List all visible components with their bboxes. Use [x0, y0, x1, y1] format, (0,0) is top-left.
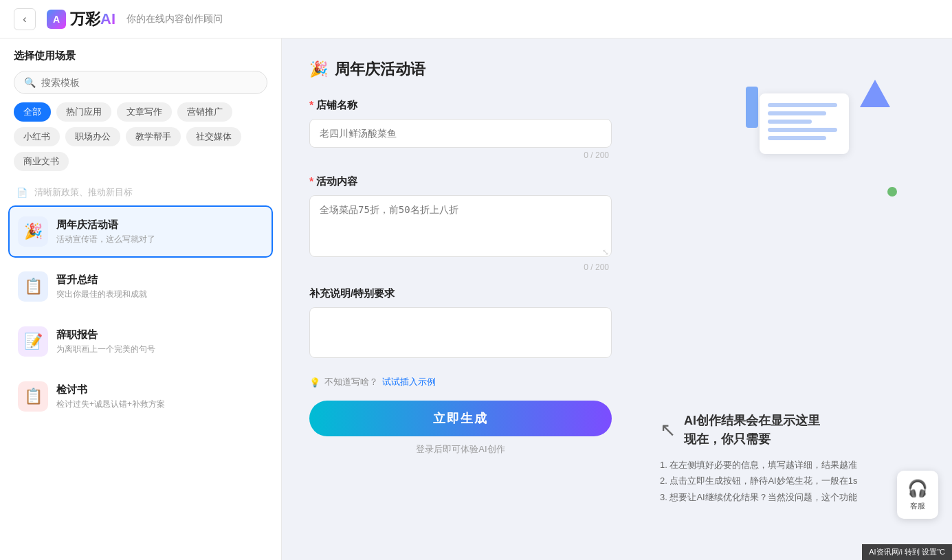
required-dot-store: *: [309, 100, 313, 112]
login-hint: 登录后即可体验AI创作: [309, 443, 612, 456]
template-info-resignation: 辞职报告 为离职画上一个完美的句号: [56, 328, 263, 355]
textarea-wrapper-activity: ⤡: [309, 195, 612, 260]
arrow-icon: ↖: [660, 418, 676, 441]
template-separator: 📄 清晰新政策、推动新目标: [8, 179, 273, 205]
tag-education[interactable]: 教学帮手: [126, 127, 181, 146]
illus-green-dot: [887, 187, 897, 197]
counter-store-name: 0 / 200: [309, 150, 612, 160]
generate-button[interactable]: 立即生成: [309, 401, 612, 436]
label-supplement: 补充说明/特别要求: [309, 287, 612, 300]
tag-hot[interactable]: 热门应用: [56, 102, 111, 122]
search-icon: 🔍: [24, 77, 36, 88]
template-icon-resignation: 📝: [18, 326, 48, 357]
illus-blue-bar: [746, 87, 758, 128]
tag-office[interactable]: 职场办公: [65, 127, 120, 146]
template-item-promotion[interactable]: 📋 晋升总结 突出你最佳的表现和成就: [8, 260, 273, 313]
tag-business[interactable]: 商业文书: [14, 152, 69, 171]
sidebar-title: 选择使用场景: [14, 49, 267, 63]
customer-service-button[interactable]: 🎧 客服: [897, 471, 938, 519]
main-layout: 选择使用场景 🔍 全部 热门应用 文章写作 营销推广 小红书 职场办公 教学帮手…: [0, 38, 952, 560]
step-2: 2. 点击立即生成按钮，静待AI妙笔生花，一般在1s: [660, 473, 931, 489]
hint-text: 不知道写啥？: [324, 376, 378, 388]
separator-icon: 📄: [16, 188, 27, 198]
illus-triangle: [860, 80, 890, 107]
illustration: [746, 80, 897, 203]
template-item-anniversary[interactable]: 🎉 周年庆活动语 活动宣传语，这么写就对了: [8, 205, 273, 258]
form-panel: 🎉 周年庆活动语 * 店铺名称 0 / 200 * 活动内容: [282, 38, 639, 560]
field-store-name: * 店铺名称 0 / 200: [309, 99, 612, 160]
textarea-supplement[interactable]: [309, 307, 612, 358]
watermark-suffix: 转到 设置"C: [905, 548, 945, 556]
template-icon-anniversary: 🎉: [18, 216, 48, 247]
input-store-name[interactable]: [309, 119, 612, 148]
ai-info-box: ↖ AI创作结果会在显示这里 现在，你只需要 1. 在左侧填好必要的信息，填写越…: [660, 412, 931, 505]
right-content: 🎉 周年庆活动语 * 店铺名称 0 / 200 * 活动内容: [282, 38, 952, 560]
sidebar: 选择使用场景 🔍 全部 热门应用 文章写作 营销推广 小红书 职场办公 教学帮手…: [0, 38, 282, 560]
header-subtitle: 你的在线内容创作顾问: [126, 13, 223, 25]
template-desc-anniversary: 活动宣传语，这么写就对了: [56, 234, 263, 245]
search-input[interactable]: [41, 77, 257, 88]
separator-text: 清晰新政策、推动新目标: [34, 186, 133, 199]
template-name-resignation: 辞职报告: [56, 328, 263, 341]
template-name-anniversary: 周年庆活动语: [56, 219, 263, 232]
hint-icon: 💡: [309, 377, 320, 388]
ai-info-header: ↖ AI创作结果会在显示这里 现在，你只需要: [660, 412, 931, 449]
label-store-name: * 店铺名称: [309, 99, 612, 112]
tag-xiaohongshu[interactable]: 小红书: [14, 127, 60, 146]
tag-social[interactable]: 社交媒体: [186, 127, 241, 146]
step-1: 1. 在左侧填好必要的信息，填写越详细，结果越准: [660, 457, 931, 473]
form-title-text: 周年庆活动语: [335, 59, 425, 80]
ai-info-steps: 1. 在左侧填好必要的信息，填写越详细，结果越准 2. 点击立即生成按钮，静待A…: [660, 457, 931, 505]
template-info-promotion: 晋升总结 突出你最佳的表现和成就: [56, 273, 263, 300]
template-name-promotion: 晋升总结: [56, 273, 263, 287]
tag-all[interactable]: 全部: [14, 102, 51, 122]
logo-text: 万彩AI: [70, 9, 115, 30]
logo-icon: A: [47, 10, 66, 29]
search-box[interactable]: 🔍: [14, 71, 267, 94]
sidebar-header: 选择使用场景 🔍: [0, 38, 281, 102]
illus-doc-main: [760, 93, 849, 154]
step-3: 3. 想要让AI继续优化结果？当然没问题，这个功能: [660, 489, 931, 505]
template-list: 📄 清晰新政策、推动新目标 🎉 周年庆活动语 活动宣传语，这么写就对了 📋 晋升…: [0, 179, 281, 560]
back-button[interactable]: ‹: [14, 8, 36, 30]
generate-label: 立即生成: [433, 412, 488, 425]
template-item-review[interactable]: 📋 检讨书 检讨过失+诚恳认错+补救方案: [8, 370, 273, 423]
tag-marketing[interactable]: 营销推广: [177, 102, 232, 122]
tag-article[interactable]: 文章写作: [117, 102, 172, 122]
customer-service-label: 客服: [910, 501, 925, 511]
ai-info-title: AI创作结果会在显示这里 现在，你只需要: [684, 412, 820, 449]
template-name-review: 检讨书: [56, 383, 263, 396]
back-icon: ‹: [23, 13, 26, 25]
template-desc-promotion: 突出你最佳的表现和成就: [56, 289, 263, 300]
field-activity-content: * 活动内容 ⤡ 0 / 200: [309, 175, 612, 272]
category-tags: 全部 热门应用 文章写作 营销推广 小红书 职场办公 教学帮手 社交媒体 商业文…: [0, 102, 281, 179]
hint-row: 💡 不知道写啥？ 试试插入示例: [309, 376, 612, 388]
template-item-resignation[interactable]: 📝 辞职报告 为离职画上一个完美的句号: [8, 315, 273, 368]
watermark-text: AI资讯网/i: [869, 548, 903, 556]
counter-activity: 0 / 200: [309, 262, 612, 272]
label-activity-content: * 活动内容: [309, 175, 612, 188]
template-icon-promotion: 📋: [18, 271, 48, 302]
template-info-anniversary: 周年庆活动语 活动宣传语，这么写就对了: [56, 219, 263, 245]
template-desc-resignation: 为离职画上一个完美的句号: [56, 344, 263, 355]
template-desc-review: 检讨过失+诚恳认错+补救方案: [56, 399, 263, 410]
resize-handle-activity: ⤡: [602, 247, 609, 257]
customer-service-icon: 🎧: [907, 479, 928, 498]
field-supplement: 补充说明/特别要求: [309, 287, 612, 361]
required-dot-activity: *: [309, 176, 313, 188]
template-info-review: 检讨书 检讨过失+诚恳认错+补救方案: [56, 383, 263, 410]
logo: A 万彩AI: [47, 9, 115, 30]
header: ‹ A 万彩AI 你的在线内容创作顾问: [0, 0, 952, 38]
textarea-activity-content[interactable]: [309, 195, 612, 257]
watermark-bar: AI资讯网/i 转到 设置"C: [862, 544, 952, 560]
hint-link[interactable]: 试试插入示例: [382, 376, 436, 388]
form-title-icon: 🎉: [309, 60, 328, 78]
form-title: 🎉 周年庆活动语: [309, 59, 612, 80]
template-icon-review: 📋: [18, 381, 48, 412]
